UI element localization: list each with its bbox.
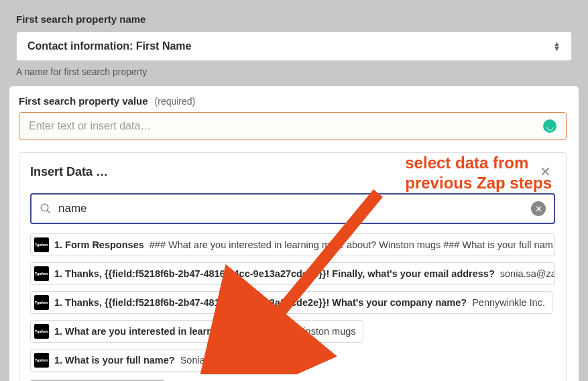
required-indicator: (required) (155, 96, 196, 107)
property-value-input[interactable]: Enter text or insert data… ◡ (19, 112, 567, 140)
result-label: 1. Thanks, {{field:f5218f6b-2b47-4816-a4… (54, 297, 467, 308)
typeform-icon: Typeform (34, 295, 49, 310)
dropdown-title: Insert Data … (30, 165, 108, 179)
result-value: Pennywinkle Inc. (472, 297, 545, 308)
result-label: 1. Thanks, {{field:f5218f6b-2b47-4816-a4… (54, 268, 495, 279)
value-panel: First search property value (required) E… (9, 86, 579, 381)
search-input-wrap[interactable]: ✕ (30, 193, 555, 224)
property-value-label: First search property value (19, 95, 148, 107)
property-name-value: Contact information: First Name (27, 40, 191, 52)
result-item[interactable]: Typeform 1. Form Responses ### What are … (30, 233, 555, 256)
result-label: 1. What are you interested in learning m… (54, 326, 289, 337)
clear-search-icon[interactable]: ✕ (531, 201, 546, 216)
svg-point-0 (41, 204, 48, 211)
property-name-select[interactable]: Contact information: First Name ▲▼ (16, 32, 572, 61)
result-value: sonia.sa@zap (500, 268, 555, 279)
result-value: Sonia Sá (180, 355, 220, 366)
typeform-icon: Typeform (34, 353, 49, 368)
result-item[interactable]: Typeform 1. Thanks, {{field:f5218f6b-2b4… (30, 291, 555, 314)
background-form-section: First search property name Contact infor… (16, 13, 572, 77)
typeform-icon: Typeform (34, 237, 49, 252)
close-icon[interactable]: ✕ (536, 162, 555, 181)
result-item[interactable]: Typeform 1. What is your full name? Soni… (30, 349, 555, 372)
typeform-icon: Typeform (34, 266, 49, 281)
insert-data-dropdown: Insert Data … ✕ ✕ Typeform 1. Form Respo… (19, 152, 567, 381)
result-label: 1. Form Responses (54, 239, 144, 250)
result-value: ### What are you interested in learning … (150, 239, 553, 250)
results-list: Typeform 1. Form Responses ### What are … (30, 233, 555, 372)
svg-line-1 (47, 210, 50, 213)
property-name-help: A name for first search property (16, 66, 572, 77)
result-item[interactable]: Typeform 1. Thanks, {{field:f5218f6b-2b4… (30, 262, 555, 285)
search-icon (40, 203, 52, 215)
input-placeholder-text: Enter text or insert data… (29, 120, 151, 132)
typeform-icon: Typeform (34, 324, 49, 339)
result-label: 1. What is your full name? (54, 355, 175, 366)
property-name-label: First search property name (16, 13, 572, 25)
search-input[interactable] (58, 202, 524, 215)
result-item[interactable]: Typeform 1. What are you interested in l… (30, 320, 555, 343)
insert-data-badge-icon[interactable]: ◡ (543, 119, 556, 133)
result-value: Winston mugs (294, 326, 356, 337)
select-chevrons-icon: ▲▼ (553, 42, 561, 51)
